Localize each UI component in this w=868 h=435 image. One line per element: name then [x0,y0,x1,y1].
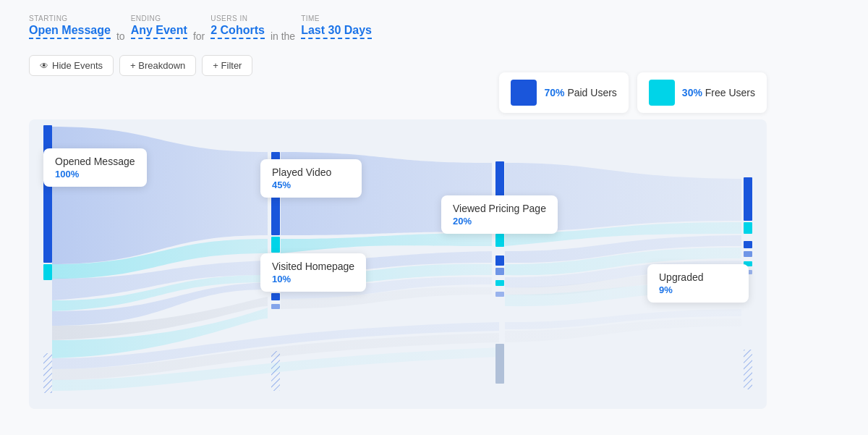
filter-button[interactable]: + Filter [202,55,252,76]
opened-title: Opened Message [55,156,135,167]
breakdown-label: + Breakdown [130,60,185,71]
node5-hatch-bar [744,350,752,389]
time-label: TIME [301,14,372,22]
time-value[interactable]: Last 30 Days [301,24,372,39]
free-swatch [649,80,675,106]
hide-events-button[interactable]: 👁 Hide Events [29,55,114,76]
breakdown-button[interactable]: + Breakdown [119,55,196,76]
ending-label: ENDING [131,14,187,22]
opened-pct: 100% [55,169,135,180]
upgraded-pct: 9% [659,284,737,295]
paid-pct: 70% [544,87,564,98]
time-group: TIME Last 30 Days [301,14,372,39]
node4e-bar [495,292,504,297]
page: STARTING Open Message to ENDING Any Even… [0,0,868,435]
node1-paid-bar [43,125,52,263]
free-text: 30% Free Users [682,87,755,98]
visited-title: Visited Homepage [272,261,354,272]
node4-gray-bar [495,344,504,384]
node2-hatch-bar [271,351,280,391]
node5b-bar [744,241,752,248]
played-pct: 45% [272,180,350,190]
visited-homepage-card: Visited Homepage 10% [260,253,366,292]
paid-users-legend: 70% Paid Users [499,72,628,113]
node5c-bar [744,251,752,257]
node5-paid-bar [744,177,752,221]
visited-pct: 10% [272,274,354,284]
node1-free-bar [43,264,52,280]
free-pct: 30% [682,87,702,98]
sankey-container: Opened Message 100% Played Video 45% Vie… [29,119,767,409]
ending-value[interactable]: Any Event [131,24,187,39]
played-video-card: Played Video 45% [260,159,362,198]
upgraded-card: Upgraded 9% [647,264,749,303]
viewed-pct: 20% [453,216,546,227]
node5-free-bar [744,222,752,234]
opened-message-card: Opened Message 100% [43,148,147,187]
connector-inthe: in the [271,30,295,42]
node4-free-bar [495,234,504,247]
node2-free-bar [271,237,280,253]
paid-label: Paid Users [567,87,616,98]
users-value[interactable]: 2 Cohorts [210,24,265,39]
node1-other-bar [43,353,52,393]
starting-value[interactable]: Open Message [29,24,111,39]
connector-to: to [116,30,125,42]
starting-label: STARTING [29,14,111,22]
viewed-title: Viewed Pricing Page [453,203,546,214]
ending-group: ENDING Any Event [131,14,187,39]
played-title: Played Video [272,166,350,178]
viewed-pricing-card: Viewed Pricing Page 20% [441,195,558,234]
paid-swatch [511,80,537,106]
node4b-bar [495,255,504,266]
users-group: USERS IN 2 Cohorts [210,14,265,39]
eye-icon: 👁 [40,61,48,71]
node3b-paid-bar [271,293,280,300]
filter-label: + Filter [213,60,242,71]
header: STARTING Open Message to ENDING Any Even… [0,0,868,49]
node3c-bar [271,304,280,309]
upgraded-title: Upgraded [659,271,737,283]
hide-events-label: Hide Events [52,60,103,71]
paid-text: 70% Paid Users [544,87,616,98]
users-label: USERS IN [210,14,265,22]
node4d-bar [495,280,504,286]
node4c-bar [495,268,504,275]
legend: 70% Paid Users 30% Free Users [499,72,767,113]
starting-group: STARTING Open Message [29,14,111,39]
free-label: Free Users [705,87,755,98]
free-users-legend: 30% Free Users [637,72,767,113]
connector-for: for [193,30,205,42]
